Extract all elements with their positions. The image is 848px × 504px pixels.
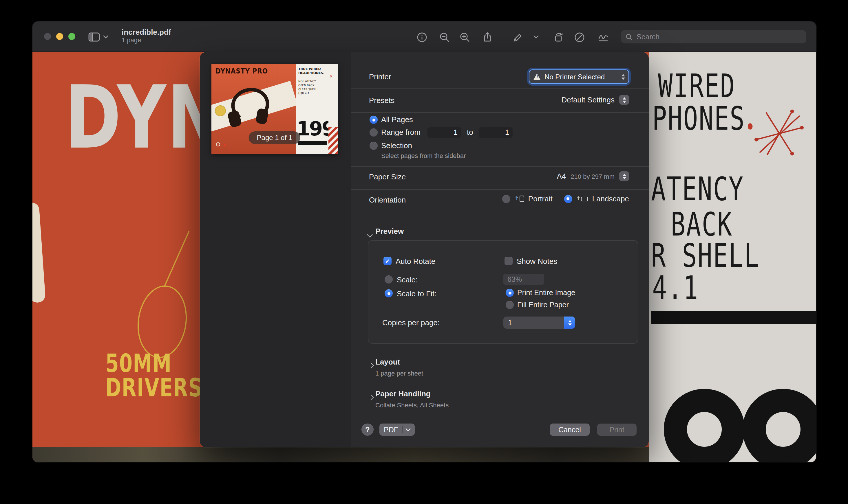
preview-options-group: ✓ Auto Rotate ✓ Show Notes Scale: Scale …	[368, 240, 638, 344]
thumbnail-stripes	[328, 127, 338, 154]
fill-entire-paper-radio[interactable]	[506, 301, 514, 309]
poster-line-wired: WIRED	[658, 70, 735, 103]
orientation-group: ↑ Portrait ↑ Landscape	[502, 194, 629, 203]
selection-radio[interactable]	[369, 142, 378, 150]
markup-button[interactable]	[572, 30, 586, 44]
presets-value: Default Settings	[561, 95, 615, 104]
separator	[351, 212, 649, 212]
show-notes-checkbox[interactable]: ✓	[504, 257, 513, 265]
printer-stepper-icon	[622, 74, 625, 79]
poster-cable-line	[163, 231, 189, 287]
highlighter-icon	[512, 32, 523, 42]
thumbnail-sticker	[215, 105, 226, 116]
printer-select[interactable]: ! No Printer Selected	[529, 69, 629, 84]
window-titlebar: incredible.pdf 1 page	[32, 21, 816, 52]
paper-handling-disclosure[interactable]	[369, 391, 373, 401]
thumbnail-spec4: USB 4.1	[298, 92, 317, 96]
info-button[interactable]	[415, 30, 429, 44]
poster-line-back: BACK	[671, 208, 733, 241]
copies-select[interactable]: 1	[503, 317, 575, 329]
thumbnail-spec2: OPEN BACK	[298, 84, 317, 88]
range-from-label: Range from	[381, 128, 420, 137]
dialog-settings-pane: Printer ! No Printer Selected Presets De…	[351, 52, 649, 447]
paper-size-select[interactable]: A4 210 by 297 mm	[557, 171, 629, 181]
dialog-preview-pane: DYNASTY PRO TRUE WIRED HEADPHONES.	[200, 52, 351, 447]
poster-drivers-line1: 50MM	[105, 351, 203, 376]
paper-size-detail: 210 by 297 mm	[571, 173, 615, 180]
highlight-menu-chevron[interactable]	[531, 30, 540, 44]
chevron-down-icon	[405, 428, 410, 431]
sidebar-icon	[88, 32, 100, 42]
page-indicator: Page 1 of 1	[249, 131, 300, 144]
auto-rotate-checkbox[interactable]: ✓	[383, 257, 392, 265]
share-icon	[482, 32, 492, 42]
chevron-down-icon	[103, 35, 108, 39]
landscape-label: Landscape	[592, 194, 629, 203]
warning-icon: !	[534, 73, 541, 80]
pdf-menu-button[interactable]: PDF	[379, 424, 415, 436]
range-from-input[interactable]	[428, 127, 461, 138]
separator	[351, 189, 649, 190]
print-dialog: DYNASTY PRO TRUE WIRED HEADPHONES.	[200, 52, 649, 447]
all-pages-radio[interactable]	[369, 116, 378, 124]
share-button[interactable]	[480, 30, 494, 44]
poster-photo-fragment	[32, 202, 46, 303]
chevron-right-icon	[368, 394, 374, 400]
print-button: Print	[597, 424, 637, 436]
cancel-button[interactable]: Cancel	[550, 424, 590, 436]
separator	[351, 112, 649, 113]
poster-line-latency: ATENCY	[651, 173, 744, 205]
portrait-radio[interactable]	[502, 195, 510, 203]
pdf-button-label: PDF	[384, 426, 398, 434]
thumbnail-spec1: NO LATENCY	[298, 80, 317, 84]
search-input[interactable]	[636, 32, 802, 41]
layout-section-subtitle: 1 page per sheet	[375, 370, 423, 377]
all-pages-label: All Pages	[381, 115, 413, 124]
sidebar-toggle-button[interactable]	[87, 30, 101, 44]
thumbnail-spec3: CLEAR SHELL	[298, 88, 317, 92]
scale-to-fit-label: Scale to Fit:	[397, 289, 436, 298]
thumbnail-title: DYNASTY PRO	[215, 67, 268, 75]
pdf-button-divider	[402, 426, 402, 433]
paper-size-label: Paper Size	[369, 173, 406, 182]
thumbnail-price-bar	[298, 141, 327, 145]
poster-bottom-band	[32, 447, 649, 462]
presets-label: Presets	[369, 96, 395, 105]
poster-black-bar	[651, 311, 816, 324]
zoom-button[interactable]	[68, 33, 75, 40]
help-label: ?	[365, 426, 369, 434]
help-button[interactable]: ?	[361, 424, 374, 436]
portrait-label: Portrait	[528, 194, 553, 203]
layout-disclosure[interactable]	[369, 359, 373, 370]
layout-section-title: Layout	[375, 358, 400, 367]
landscape-radio[interactable]	[564, 195, 572, 203]
poster-drivers-line2: DRIVERS	[105, 376, 203, 400]
markup-pencil-icon	[574, 32, 585, 42]
auto-rotate-label: Auto Rotate	[396, 257, 435, 266]
range-radio[interactable]	[369, 128, 378, 137]
scale-to-fit-radio[interactable]	[385, 289, 393, 298]
zoom-out-button[interactable]	[437, 30, 451, 44]
magnifier-minus-icon	[439, 32, 450, 42]
signature-icon	[598, 32, 608, 42]
signature-button[interactable]	[596, 30, 610, 44]
magnifier-plus-icon	[459, 32, 470, 42]
search-field[interactable]	[621, 30, 806, 43]
highlight-button[interactable]	[511, 30, 525, 44]
preview-disclosure[interactable]	[368, 229, 372, 239]
scale-radio[interactable]	[385, 275, 393, 284]
title-block: incredible.pdf 1 page	[122, 28, 171, 44]
poster-line-usb: 4.1	[652, 272, 699, 304]
separator	[351, 88, 649, 89]
print-entire-image-radio[interactable]	[506, 289, 514, 297]
thumbnail-play-dot	[216, 142, 220, 146]
sidebar-menu-chevron[interactable]	[101, 30, 110, 44]
presets-select[interactable]: Default Settings	[561, 95, 629, 105]
rotate-button[interactable]	[551, 30, 565, 44]
thumbnail-scribble: ×	[330, 74, 333, 79]
print-entire-image-label: Print Entire Image	[517, 289, 575, 298]
minimize-button[interactable]	[56, 33, 63, 40]
range-to-input[interactable]	[479, 127, 513, 138]
zoom-in-button[interactable]	[457, 30, 471, 44]
fill-entire-paper-label: Fill Entire Paper	[517, 301, 569, 310]
